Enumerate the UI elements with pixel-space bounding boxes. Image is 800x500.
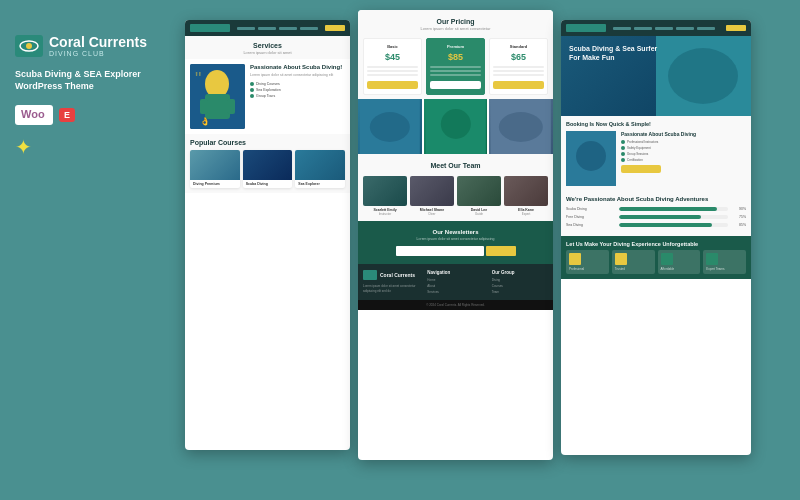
- price-line: [493, 70, 544, 72]
- svg-point-4: [205, 70, 229, 98]
- woo-text: Woo: [20, 107, 48, 123]
- booking-button[interactable]: [621, 165, 661, 173]
- footer-group-col: Our Group Diving Courses Team: [492, 270, 548, 296]
- cta-section: Let Us Make Your Diving Experience Unfor…: [561, 236, 751, 279]
- course-card: Sea Explorer: [295, 150, 345, 188]
- team-photo: [410, 176, 454, 206]
- pricing-title: Our Pricing: [363, 18, 548, 25]
- team-member: Ella Kane Expert: [504, 176, 548, 216]
- newsletter-submit-button[interactable]: [486, 246, 516, 256]
- plan-button[interactable]: [367, 81, 418, 89]
- stat-bar: [619, 215, 728, 219]
- team-title: Meet Our Team: [363, 162, 548, 169]
- pricing-subtitle: Lorem ipsum dolor sit amet consectetur: [363, 26, 548, 31]
- newsletter-form: [396, 246, 516, 256]
- tagline: Scuba Diving & SEA Explorer WordPress Th…: [15, 69, 170, 92]
- footer-link[interactable]: Diving: [492, 278, 548, 282]
- cta-card-icon: [615, 253, 627, 265]
- cta-title: Let Us Make Your Diving Experience Unfor…: [566, 241, 746, 247]
- services-section-header: Services Lorem ipsum dolor sit amet: [185, 36, 350, 59]
- team-role: Instructor: [363, 212, 407, 216]
- services-desc: Lorem ipsum dolor sit amet consectetur a…: [250, 73, 345, 78]
- svg-rect-5: [205, 94, 230, 119]
- stat-bar: [619, 223, 728, 227]
- cta-card-label: Affordable: [661, 267, 698, 271]
- footer-logo: Coral Currents: [363, 270, 419, 280]
- course-card: Scuba Diving: [243, 150, 293, 188]
- service-dot: [250, 82, 254, 86]
- price-line: [430, 66, 481, 68]
- footer-section: Coral Currents Lorem ipsum dolor sit ame…: [358, 264, 553, 300]
- footer-link[interactable]: Courses: [492, 284, 548, 288]
- stat-fill: [619, 215, 701, 219]
- footer-bottom: © 2024 Coral Currents. All Rights Reserv…: [358, 300, 553, 310]
- logo-icon: [15, 35, 43, 57]
- stat-fill: [619, 207, 717, 211]
- plan-button[interactable]: [493, 81, 544, 89]
- cta-card: Trusted: [612, 250, 655, 274]
- services-content: 👌 " Passionate About Scuba Diving! Lorem…: [190, 64, 345, 129]
- price-card-premium: Premium $85: [426, 38, 485, 95]
- cta-card-icon: [661, 253, 673, 265]
- services-section: 👌 " Passionate About Scuba Diving! Lorem…: [185, 59, 350, 134]
- booking-row: Passionate About Scuba Diving Profession…: [566, 131, 746, 186]
- service-dot: [250, 94, 254, 98]
- preview-left-panel: Services Lorem ipsum dolor sit amet: [185, 20, 350, 450]
- svg-text:👌: 👌: [200, 116, 210, 126]
- svg-point-14: [499, 112, 543, 142]
- services-heading: Passionate About Scuba Diving!: [250, 64, 345, 70]
- section-title: Services: [190, 42, 345, 49]
- check-text: Safety Equipment: [627, 146, 651, 150]
- info-panel: Coral Currents Diving Club Scuba Diving …: [10, 20, 185, 169]
- course-image: [295, 150, 345, 180]
- check-item: Professional Instructors: [621, 140, 746, 144]
- cta-card-icon: [706, 253, 718, 265]
- stat-bar: [619, 207, 728, 211]
- gallery-image-2: [424, 99, 488, 154]
- course-image: [243, 150, 293, 180]
- price-line: [493, 74, 544, 76]
- plan-name: Basic: [367, 44, 418, 49]
- courses-grid: Diving Premium Scuba Diving Sea Explorer: [190, 150, 345, 188]
- plan-price: $85: [430, 52, 481, 62]
- newsletter-email-input[interactable]: [396, 246, 484, 256]
- price-features: [430, 66, 481, 76]
- check-dot: [621, 146, 625, 150]
- footer-link[interactable]: Services: [427, 290, 483, 294]
- plan-button[interactable]: [430, 81, 481, 89]
- footer-col-heading: Navigation: [427, 270, 483, 275]
- stat-label: Sea Diving: [566, 223, 616, 227]
- stat-percent: 90%: [731, 207, 746, 211]
- service-item: Diving Courses: [250, 82, 345, 86]
- svg-point-1: [26, 43, 32, 49]
- footer-link[interactable]: Home: [427, 278, 483, 282]
- stat-row: Free Diving 75%: [566, 215, 746, 219]
- footer-col-heading: Our Group: [492, 270, 548, 275]
- preview-right-nav: [561, 20, 751, 36]
- preview-left-nav: [185, 20, 350, 36]
- team-role: Diver: [410, 212, 454, 216]
- right-hero: Scuba Diving & Sea Surfer For Make Fun: [561, 36, 751, 116]
- plugin-badges: Woo E: [15, 105, 170, 125]
- booking-title: Booking Is Now Quick & Simple!: [566, 121, 746, 127]
- price-line: [367, 70, 418, 72]
- nav-link: [258, 27, 276, 30]
- svg-point-12: [441, 109, 471, 139]
- pricing-section: Our Pricing Lorem ipsum dolor sit amet c…: [358, 10, 553, 99]
- price-line: [430, 74, 481, 76]
- team-member: David Lee Guide: [457, 176, 501, 216]
- gallery-image-3: [489, 99, 553, 154]
- plan-name: Standard: [493, 44, 544, 49]
- diver-image: 👌 ": [190, 64, 245, 129]
- footer-brand-col: Coral Currents Lorem ipsum dolor sit ame…: [363, 270, 419, 296]
- check-item: Group Sessions: [621, 152, 746, 156]
- footer-link[interactable]: Team: [492, 290, 548, 294]
- elementor-text: E: [64, 110, 70, 120]
- svg-point-16: [668, 48, 738, 104]
- newsletter-sub: Lorem ipsum dolor sit amet consectetur a…: [366, 237, 545, 241]
- check-dot: [621, 158, 625, 162]
- course-image: [190, 150, 240, 180]
- cta-card-icon: [569, 253, 581, 265]
- elementor-badge: E: [59, 108, 75, 122]
- footer-link[interactable]: About: [427, 284, 483, 288]
